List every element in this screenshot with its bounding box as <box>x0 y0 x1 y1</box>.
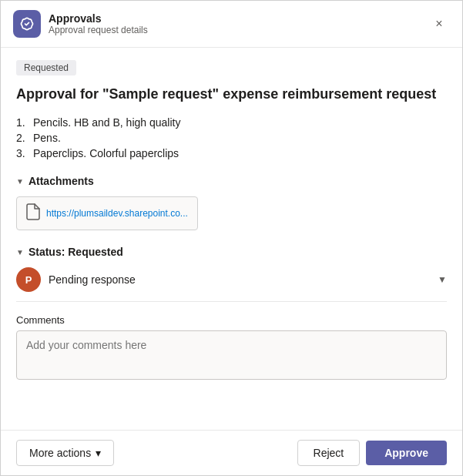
status-text: Pending response <box>49 273 438 286</box>
list-item: Paperclips. Colorful paperclips <box>16 147 447 159</box>
more-actions-chevron-icon: ▾ <box>96 447 101 459</box>
approve-button[interactable]: Approve <box>366 441 447 465</box>
approval-title: Approval for "Sample request" expense re… <box>16 85 447 104</box>
avatar: P <box>16 267 41 292</box>
status-chevron-icon: ▼ <box>16 248 24 256</box>
more-actions-button[interactable]: More actions ▾ <box>16 440 114 466</box>
more-actions-label: More actions <box>29 447 91 459</box>
attachments-chevron-icon: ▼ <box>16 177 24 186</box>
list-item: Pens. <box>16 132 447 144</box>
approvals-icon <box>13 10 41 38</box>
status-expand-icon[interactable]: ▼ <box>438 274 447 285</box>
dialog-header: Approvals Approval request details × <box>1 1 462 48</box>
header-text-container: Approvals Approval request details <box>49 12 428 35</box>
close-button[interactable]: × <box>428 13 450 35</box>
comments-textarea[interactable] <box>16 330 447 380</box>
attachment-card[interactable]: https://plumsaildev.sharepoint.co... <box>16 196 198 230</box>
dialog-title: Approvals <box>49 12 428 25</box>
file-icon <box>26 203 40 223</box>
dialog-footer: More actions ▾ Reject Approve <box>1 430 462 475</box>
comments-label: Comments <box>16 314 447 326</box>
dialog-content: Requested Approval for "Sample request" … <box>1 48 462 430</box>
status-section-header[interactable]: ▼ Status: Requested <box>16 246 447 258</box>
list-item: Pencils. HB and B, high quality <box>16 116 447 129</box>
items-list: Pencils. HB and B, high qualityPens.Pape… <box>16 116 447 159</box>
attachment-url: https://plumsaildev.sharepoint.co... <box>46 208 188 219</box>
dialog-subtitle: Approval request details <box>49 25 428 35</box>
approval-dialog: Approvals Approval request details × Req… <box>0 0 463 476</box>
reject-button[interactable]: Reject <box>297 440 361 466</box>
attachments-section-header[interactable]: ▼ Attachments <box>16 175 447 187</box>
status-row: P Pending response ▼ <box>16 267 447 302</box>
status-badge: Requested <box>16 60 76 75</box>
status-section-label: Status: Requested <box>29 246 123 258</box>
attachments-label: Attachments <box>29 175 94 187</box>
